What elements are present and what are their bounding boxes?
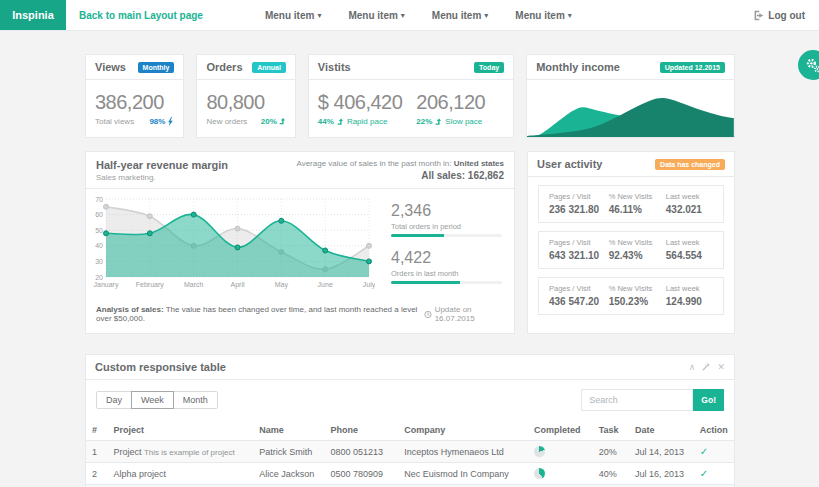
views-card: Views Monthly 386,200 Total views 98%	[85, 54, 184, 138]
visits-left-stat: $ 406,420 44% Rapid pace	[318, 87, 402, 126]
orders-in-period-value: 2,346	[391, 202, 502, 220]
monthly-badge: Monthly	[138, 62, 175, 73]
table-panel-title: Custom responsive table	[95, 361, 226, 373]
monthly-income-chart	[527, 80, 734, 137]
menu-item-2[interactable]: Menu item ▾	[348, 10, 404, 21]
orders-in-period-label: Total orders in period	[391, 222, 502, 231]
revenue-subtitle: Sales marketing.	[96, 173, 228, 182]
level-up-icon	[435, 118, 442, 126]
week-filter-button[interactable]: Week	[131, 391, 174, 409]
level-up-icon	[337, 118, 344, 126]
views-value: 386,200	[95, 91, 174, 114]
back-to-layout-link[interactable]: Back to main Layout page	[79, 10, 203, 21]
analysis-text: Analysis of sales: The value has been ch…	[96, 305, 424, 323]
svg-text:March: March	[184, 281, 204, 288]
middle-row: Half-year revenue margin Sales marketing…	[85, 151, 735, 334]
avg-sales-country: United states	[454, 159, 504, 168]
menu-item-4[interactable]: Menu item ▾	[515, 10, 571, 21]
svg-text:70: 70	[95, 196, 103, 203]
monthly-income-card: Monthly income Updated 12.2015	[526, 54, 735, 138]
orders-in-period-progress	[391, 234, 502, 237]
level-up-icon	[279, 117, 286, 126]
table-row: 1 Project This is example of project Pat…	[86, 441, 734, 463]
go-button[interactable]: Go!	[693, 389, 724, 411]
bolt-icon	[167, 117, 174, 126]
completed-pie-icon	[534, 446, 545, 457]
check-icon[interactable]: ✓	[700, 446, 708, 457]
views-metric: 98%	[149, 117, 174, 126]
page-content: Views Monthly 386,200 Total views 98% Or…	[0, 31, 819, 487]
svg-text:50: 50	[95, 227, 103, 234]
gears-icon	[806, 58, 819, 73]
check-icon[interactable]: ✓	[700, 468, 708, 479]
top-navbar: Inspinia Back to main Layout page Menu i…	[0, 0, 819, 31]
annual-badge: Annual	[252, 62, 286, 73]
user-activity-row: Pages / Visit236 321.80 % New Visits46.1…	[538, 185, 724, 223]
day-filter-button[interactable]: Day	[96, 391, 132, 409]
table-row: 2 Alpha project Alice Jackson 0500 78090…	[86, 463, 734, 485]
menu-item-1[interactable]: Menu item ▾	[265, 10, 321, 21]
all-sales-value: All sales: 162,862	[296, 170, 504, 181]
user-activity-row: Pages / Visit643 321.10 % New Visits92.4…	[538, 231, 724, 269]
visits-right-stat: 206,120 22% Slow pace	[416, 87, 485, 126]
svg-text:40: 40	[95, 242, 103, 249]
search-input[interactable]	[581, 389, 693, 411]
revenue-panel-title: Half-year revenue margin	[96, 159, 228, 171]
caret-down-icon: ▾	[317, 11, 321, 20]
sign-out-icon	[753, 10, 764, 21]
updated-badge: Updated 12.2015	[660, 62, 725, 73]
svg-text:February: February	[136, 281, 165, 289]
income-card-title: Monthly income	[536, 61, 620, 73]
data-changed-badge: Data has changed	[655, 159, 725, 170]
orders-value: 80,800	[206, 91, 285, 114]
svg-text:July: July	[363, 281, 375, 289]
caret-down-icon: ▾	[484, 11, 488, 20]
orders-metric: 20%	[261, 117, 286, 126]
svg-text:60: 60	[95, 211, 103, 218]
caret-down-icon: ▾	[568, 11, 572, 20]
today-badge: Today	[474, 62, 504, 73]
svg-text:30: 30	[95, 258, 103, 265]
wrench-icon[interactable]	[702, 363, 710, 371]
svg-text:January: January	[94, 281, 119, 289]
svg-text:20: 20	[95, 274, 103, 281]
stat-cards-row: Views Monthly 386,200 Total views 98% Or…	[85, 54, 735, 138]
month-filter-button[interactable]: Month	[173, 391, 218, 409]
completed-pie-icon	[534, 468, 545, 479]
menu-item-3[interactable]: Menu item ▾	[432, 10, 488, 21]
custom-table-panel: Custom responsive table ∧ ✕ Day Week Mon…	[85, 354, 735, 487]
orders-last-month-value: 4,422	[391, 249, 502, 267]
orders-last-month-label: Orders in last month	[391, 269, 502, 278]
svg-text:April: April	[230, 281, 244, 289]
range-filter-group: Day Week Month	[96, 391, 218, 409]
visits-card: Vistits Today $ 406,420 44% Rapid pace 2…	[308, 54, 514, 138]
revenue-area-chart: 203040506070JanuaryFebruaryMarchAprilMay…	[90, 194, 375, 289]
user-activity-title: User activity	[537, 158, 602, 170]
revenue-panel: Half-year revenue margin Sales marketing…	[85, 151, 515, 334]
logout-button[interactable]: Log out	[753, 10, 805, 21]
brand-logo[interactable]: Inspinia	[0, 0, 66, 30]
orders-card-title: Orders	[206, 61, 242, 73]
nav-links: Back to main Layout page Menu item ▾ Men…	[66, 0, 819, 30]
clock-icon	[424, 310, 432, 319]
update-date: Update on 16.07.2015	[424, 305, 504, 323]
orders-card: Orders Annual 80,800 New orders 20%	[196, 54, 295, 138]
avg-sales-label: Average value of sales in the past month…	[296, 159, 451, 168]
visits-card-title: Vistits	[318, 61, 351, 73]
caret-down-icon: ▾	[401, 11, 405, 20]
close-icon[interactable]: ✕	[717, 363, 725, 372]
user-activity-panel: User activity Data has changed Pages / V…	[527, 151, 735, 334]
svg-text:May: May	[275, 281, 289, 289]
svg-text:June: June	[318, 281, 333, 288]
views-sub-label: Total views	[95, 117, 134, 126]
projects-table: # Project Name Phone Company Completed T…	[86, 420, 734, 487]
orders-last-month-progress	[391, 281, 502, 284]
user-activity-row: Pages / Visit436 547.20 % New Visits150.…	[538, 277, 724, 315]
collapse-icon[interactable]: ∧	[689, 363, 696, 372]
views-card-title: Views	[95, 61, 126, 73]
orders-sub-label: New orders	[206, 117, 247, 126]
